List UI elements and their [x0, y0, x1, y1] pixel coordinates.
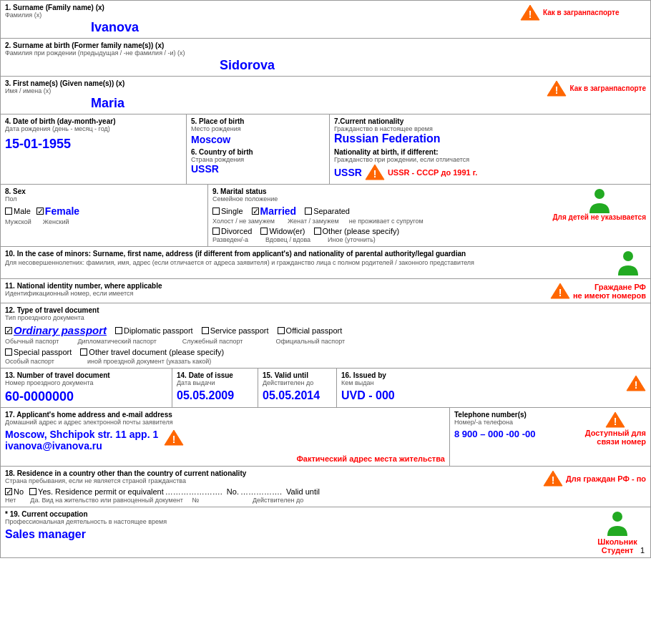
- sec17-note2: связи номер: [585, 437, 646, 446]
- sec6-label: 6. Country of birth: [191, 148, 325, 156]
- sec8-label-ru: Пол: [5, 195, 203, 203]
- special-checkbox[interactable]: [5, 348, 12, 356]
- section-10: 10. In the case of minors: Surname, firs…: [1, 247, 650, 279]
- sec1-value: Ivanova: [91, 20, 517, 35]
- travel-service[interactable]: Service passport: [202, 326, 269, 335]
- sec14-label: 14. Date of issue: [177, 371, 253, 379]
- marital-widow[interactable]: Widow(er): [260, 227, 305, 235]
- form-page: 1. Surname (Family name) (x) Фамилия (x)…: [0, 0, 651, 558]
- sec19-person-icon: [604, 510, 630, 536]
- single-label: Single: [221, 207, 243, 215]
- separated-label: Separated: [313, 207, 350, 215]
- sex-male-checkbox[interactable]: [5, 208, 12, 215]
- marital-other[interactable]: Other (please specify): [314, 227, 400, 235]
- sec10-label: 10. In the case of minors: Surname, firs…: [5, 250, 603, 258]
- sex-male-option[interactable]: Male: [5, 207, 31, 215]
- marital-divorced[interactable]: Divorced: [212, 227, 252, 235]
- travel-diplomatic[interactable]: Diplomatic passport: [115, 326, 193, 335]
- sec7-nat-birth-label: Nationality at birth, if different:: [334, 148, 646, 156]
- sec17-addr-warning-icon: [164, 429, 184, 447]
- sec9-label: 9. Marital status: [212, 187, 548, 195]
- official-checkbox[interactable]: [278, 327, 285, 334]
- marital-married[interactable]: Married: [252, 205, 297, 217]
- diplomatic-ru: Дипломатический паспорт: [77, 338, 156, 345]
- sec16-label: 16. Issued by: [341, 371, 395, 379]
- ordinary-checkbox[interactable]: [5, 327, 12, 334]
- valid-until-label: Valid until: [286, 487, 320, 496]
- travel-official[interactable]: Official passport: [278, 326, 343, 335]
- sec7-nat-birth-label-ru: Гражданство при рождении, если отличаетс…: [334, 156, 646, 163]
- sec19-value: Sales manager: [5, 528, 589, 541]
- section-12: 12. Type of travel document Тип проездно…: [1, 303, 650, 369]
- sec11-label: 11. National identity number, where appl…: [5, 282, 517, 290]
- travel-other[interactable]: Other travel document (please specify): [80, 348, 224, 356]
- sec3-label: 3. First name(s) (Given name(s)) (x): [5, 79, 517, 87]
- other-travel-checkbox[interactable]: [80, 348, 87, 356]
- sec8-male-ru: Мужской: [5, 218, 31, 225]
- yes-content: Да. Вид на жительство или равноценный до…: [30, 497, 303, 504]
- section-16-col: 16. Issued by Кем выдан UVD - 000: [337, 369, 650, 407]
- divorced-label: Divorced: [221, 227, 252, 235]
- diplomatic-checkbox[interactable]: [115, 327, 122, 334]
- section-15-col: 15. Valid until Действителен до 05.05.20…: [258, 369, 337, 407]
- divorced-checkbox[interactable]: [212, 228, 220, 235]
- sec15-label-ru: Действителен до: [263, 379, 332, 386]
- sec2-label-ru: Фамилия при рождении (предыдущая / -не ф…: [5, 49, 646, 57]
- travel-ordinary[interactable]: Ordinary passport: [5, 324, 107, 336]
- marital-single[interactable]: Single: [212, 207, 243, 215]
- sec3-warning-icon: [547, 79, 567, 97]
- section-17-left: 17. Applicant's home address and e-mail …: [1, 408, 450, 466]
- section-4-col: 4. Date of birth (day-month-year) Дата р…: [1, 114, 187, 184]
- section-14-col: 14. Date of issue Дата выдачи 05.05.2009: [172, 369, 258, 407]
- sec7-note: USSR - СССР до 1991 г.: [388, 168, 477, 177]
- separated-checkbox[interactable]: [305, 208, 312, 215]
- married-ru: Женат / замужем: [288, 218, 339, 225]
- section-7-col: 7.Current nationality Гражданство в наст…: [330, 114, 650, 184]
- sec13-label-ru: Номер проездного документа: [5, 379, 167, 386]
- sec7-value: Russian Federation: [334, 132, 646, 145]
- other-checkbox[interactable]: [314, 228, 321, 235]
- section-18: 18. Residence in a country other than th…: [1, 467, 650, 507]
- married-checkbox[interactable]: [252, 208, 259, 215]
- section-8-col: 8. Sex Пол Male Female Мужской Женский: [1, 185, 208, 246]
- section-13-col: 13. Number of travel document Номер прое…: [1, 369, 172, 407]
- sec3-note: Как в загранпаспорте: [569, 84, 646, 92]
- sec11-note2: не имеют номеров: [573, 291, 646, 300]
- sec16-warning-icon: [626, 374, 646, 392]
- other-ru: Иное (уточнить): [328, 236, 376, 243]
- service-ru: Служебный паспорт: [182, 338, 243, 345]
- yes-checkbox[interactable]: [29, 488, 36, 495]
- sec5-label: 5. Place of birth: [191, 117, 325, 125]
- sex-female-checkbox[interactable]: [36, 208, 44, 215]
- single-checkbox[interactable]: [212, 208, 220, 215]
- sec17-label: 17. Applicant's home address and e-mail …: [5, 411, 445, 419]
- sec2-value: Sidorova: [220, 58, 646, 73]
- ordinary-ru: Обычный паспорт: [5, 338, 59, 345]
- sex-female-option[interactable]: Female: [36, 205, 79, 217]
- sec13-label: 13. Number of travel document: [5, 371, 167, 379]
- no-label: No: [14, 487, 24, 496]
- sec1-note: Как в загранпаспорте: [543, 9, 620, 16]
- other-label: Other (please specify): [323, 227, 400, 235]
- sec17-label-ru: Домашний адрес и адрес электронной почты…: [5, 419, 445, 426]
- sec17-note3: Фактический адрес: [296, 454, 372, 463]
- sec9-person-icon: [587, 187, 612, 213]
- sec10-label-ru: Для несовершеннолетних: фамилия, имя, ад…: [5, 259, 603, 266]
- official-label: Official passport: [286, 326, 343, 335]
- sec1-label-ru: Фамилия (x): [5, 11, 517, 19]
- no-checkbox[interactable]: [5, 488, 12, 495]
- section-11: 11. National identity number, where appl…: [1, 279, 650, 303]
- residence-yes[interactable]: Yes. Residence permit or equivalent ……………: [29, 487, 320, 496]
- service-checkbox[interactable]: [202, 327, 209, 334]
- travel-special[interactable]: Special passport: [5, 348, 72, 356]
- residence-no[interactable]: No: [5, 487, 24, 496]
- sec10-person-icon: [615, 250, 641, 275]
- widow-checkbox[interactable]: [260, 228, 268, 235]
- marital-separated[interactable]: Separated: [305, 207, 350, 215]
- sec17-note4: места жительства: [374, 454, 445, 463]
- sec15-value: 05.05.2014: [263, 389, 332, 402]
- yes-label: Yes. Residence permit or equivalent: [38, 487, 164, 496]
- sec6-label-ru: Страна рождения: [191, 156, 325, 163]
- svg-point-4: [623, 251, 633, 261]
- sec3-label-ru: Имя / имена (x): [5, 87, 517, 94]
